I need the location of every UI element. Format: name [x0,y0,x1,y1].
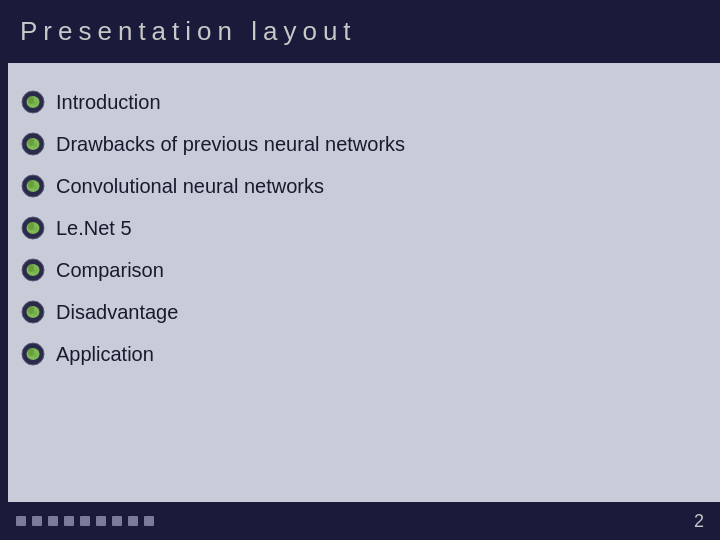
dot-6[interactable] [96,516,106,526]
slide-title: Presentation layout [20,16,357,47]
left-accent [0,62,8,502]
item-text-4: Le.Net 5 [56,217,132,240]
dot-4[interactable] [64,516,74,526]
bottom-bar: 2 [0,502,720,540]
bullet-icon-7 [20,341,46,367]
svg-point-2 [33,101,37,105]
list-item: Application [20,333,690,375]
bullet-icon-3 [20,173,46,199]
svg-point-8 [33,185,37,189]
bullet-icon-1 [20,89,46,115]
item-text-5: Comparison [56,259,164,282]
slide-dots [16,516,154,526]
item-text-6: Disadvantage [56,301,178,324]
bullet-icon-5 [20,257,46,283]
list-item: Disadvantage [20,291,690,333]
bullet-icon-2 [20,131,46,157]
list-item: Le.Net 5 [20,207,690,249]
item-text-3: Convolutional neural networks [56,175,324,198]
item-text-7: Application [56,343,154,366]
title-bar: Presentation layout [0,0,720,63]
dot-5[interactable] [80,516,90,526]
svg-point-5 [33,143,37,147]
list-item: Comparison [20,249,690,291]
list-item: Introduction [20,81,690,123]
bullet-icon-6 [20,299,46,325]
bullet-icon-4 [20,215,46,241]
dot-8[interactable] [128,516,138,526]
dot-1[interactable] [16,516,26,526]
list-item: Convolutional neural networks [20,165,690,207]
content-area: Introduction Drawbacks of previous neura… [0,63,720,502]
item-text-1: Introduction [56,91,161,114]
item-text-2: Drawbacks of previous neural networks [56,133,405,156]
svg-point-11 [33,227,37,231]
dot-7[interactable] [112,516,122,526]
slide-number: 2 [694,511,704,532]
dot-3[interactable] [48,516,58,526]
slide: Presentation layout Introduction [0,0,720,540]
svg-point-14 [33,269,37,273]
dot-2[interactable] [32,516,42,526]
svg-point-20 [33,353,37,357]
list-item: Drawbacks of previous neural networks [20,123,690,165]
svg-point-17 [33,311,37,315]
dot-9[interactable] [144,516,154,526]
